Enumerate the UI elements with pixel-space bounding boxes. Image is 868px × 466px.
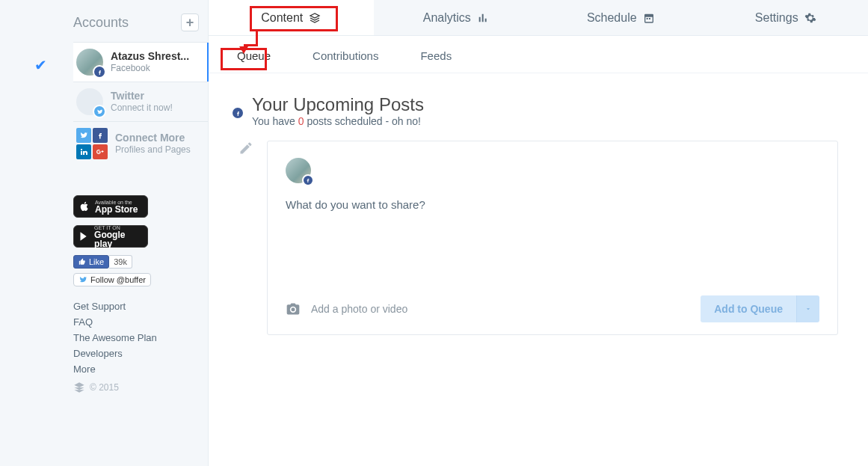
networks-icon [76,128,108,159]
play-icon [79,230,90,242]
queue-panel: Your Upcoming Posts You have 0 posts sch… [209,73,868,365]
composer[interactable]: What do you want to share? Add a photo o… [267,141,838,335]
twitter-icon [93,105,106,118]
stack-icon [73,381,85,393]
account-name: Twitter [111,90,173,102]
avatar [76,88,103,115]
connect-more-sub: Profiles and Pages [115,144,191,155]
account-network: Facebook [111,63,189,73]
apple-icon [79,200,90,212]
avatar [76,49,103,76]
compose-prompt[interactable]: What do you want to share? [286,198,819,211]
footer-link[interactable]: Developers [73,346,208,361]
tab-schedule[interactable]: Schedule [538,0,704,35]
tab-analytics[interactable]: Analytics [374,0,539,35]
subtab-contributions[interactable]: Contributions [313,49,378,62]
add-to-queue-button[interactable]: Add to Queue [701,295,819,322]
sidebar: Accounts + ✔ Atazus Shrest... Facebook [0,0,209,466]
account-row-facebook[interactable]: ✔ Atazus Shrest... Facebook [73,43,209,82]
subtab-feeds[interactable]: Feeds [420,49,452,62]
footer-link[interactable]: More [73,361,208,377]
connect-more-title: Connect More [115,132,191,144]
google-play-badge[interactable]: GET IT ONGoogle play [73,225,148,248]
page-title: Your Upcoming Posts [252,94,424,115]
pencil-icon [238,141,253,158]
footer-link[interactable]: Get Support [73,298,208,314]
avatar [238,105,241,117]
facebook-icon [302,174,314,186]
check-icon: ✔ [34,56,47,74]
account-name: Atazus Shrest... [111,50,189,63]
top-nav: Content Analytics Schedule Settings [209,0,868,36]
main: Content Analytics Schedule Settings Queu… [209,0,868,466]
sub-nav: Queue Contributions Feeds [209,36,868,73]
connect-more-row[interactable]: Connect More Profiles and Pages [73,122,208,165]
gear-icon [804,12,816,24]
add-account-button[interactable]: + [181,13,199,31]
copyright: © 2015 [0,381,208,393]
camera-icon [286,301,301,316]
calendar-icon [643,12,655,24]
accounts-heading: Accounts [73,15,129,31]
fb-like-widget[interactable]: Like 39k [73,255,208,269]
chevron-down-icon[interactable] [796,295,819,322]
queue-count-text: You have 0 posts scheduled - oh no! [252,115,424,127]
account-row-twitter[interactable]: Twitter Connect it now! [73,82,208,121]
tab-settings[interactable]: Settings [704,0,869,35]
twitter-icon [79,275,87,284]
add-media-button[interactable]: Add a photo or video [286,301,407,316]
facebook-icon [93,65,106,79]
footer-links: Get Support FAQ The Awesome Plan Develop… [0,298,208,377]
footer-link[interactable]: FAQ [73,314,208,330]
facebook-icon [231,106,244,120]
app-store-badge[interactable]: Available on theApp Store [73,195,148,218]
avatar [286,158,311,183]
thumbs-up-icon [79,258,86,266]
fb-like-count: 39k [109,255,132,269]
tab-content[interactable]: Content [209,0,374,35]
stack-icon [309,12,321,24]
bars-icon [477,12,489,24]
account-sub: Connect it now! [111,102,173,113]
subtab-queue[interactable]: Queue [237,49,271,62]
twitter-follow-widget[interactable]: Follow @buffer [73,273,151,286]
footer-link[interactable]: The Awesome Plan [73,330,208,346]
